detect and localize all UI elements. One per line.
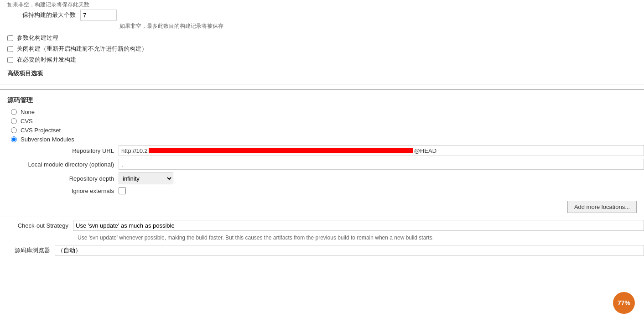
hint-days: 如果非空，构建记录将保存此天数 — [0, 0, 644, 10]
radio-none[interactable] — [11, 109, 17, 115]
concurrent-builds-label: 在必要的时候并发构建 — [17, 56, 76, 64]
add-locations-row: Add more locations... — [18, 197, 644, 217]
repo-browser-input[interactable] — [55, 245, 644, 256]
parameterize-row: 参数化构建过程 — [7, 34, 644, 42]
local-module-label: Local module directory (optional) — [18, 161, 119, 168]
disable-builds-checkbox[interactable] — [7, 46, 13, 52]
repo-depth-row: Repository depth infinity empty files im… — [18, 172, 644, 184]
radio-subversion-row: Subversion Modules — [11, 136, 644, 143]
page-container: 如果非空，构建记录将保存此天数 保持构建的最大个数 如果非空，最多此数目的构建记… — [0, 0, 644, 323]
advanced-divider — [0, 84, 644, 84]
radio-subversion[interactable] — [11, 136, 17, 142]
checkout-strategy-row: Check-out Strategy — [0, 217, 644, 234]
ignore-externals-label: Ignore externals — [18, 188, 119, 194]
parameterize-label: 参数化构建过程 — [17, 34, 58, 42]
subversion-section: Repository URL http://10.2 @HEAD Local m… — [0, 145, 644, 217]
checkout-strategy-input[interactable] — [73, 220, 644, 231]
concurrent-builds-checkbox[interactable] — [7, 57, 13, 63]
repo-depth-label: Repository depth — [18, 175, 119, 182]
progress-value: 77% — [618, 299, 630, 307]
radio-none-label: None — [21, 109, 35, 115]
parameterize-checkbox[interactable] — [7, 35, 13, 41]
radio-cvs-label: CVS — [21, 118, 33, 125]
radio-cvs-projectset-label: CVS Projectset — [21, 127, 61, 134]
keep-builds-row: 保持构建的最大个数 — [0, 10, 644, 21]
local-module-input[interactable] — [119, 159, 644, 170]
repo-browser-label: 源码库浏览器 — [0, 246, 55, 255]
add-locations-button[interactable]: Add more locations... — [567, 201, 637, 213]
repo-url-row: Repository URL http://10.2 @HEAD — [18, 145, 644, 156]
repo-browser-row: 源码库浏览器 — [0, 242, 644, 259]
disable-builds-label: 关闭构建（重新开启构建前不允许进行新的构建） — [17, 45, 147, 53]
radio-cvs-projectset[interactable] — [11, 127, 17, 133]
advanced-section-title: 高级项目选项 — [0, 67, 644, 80]
url-redacted — [149, 148, 413, 153]
progress-circle[interactable]: 77% — [613, 292, 635, 314]
repo-depth-select[interactable]: infinity empty files immediates exclude — [119, 172, 173, 184]
radio-cvs-row: CVS — [11, 118, 644, 125]
source-mgmt-title: 源码管理 — [0, 93, 644, 106]
checkout-strategy-label: Check-out Strategy — [0, 222, 73, 229]
radio-subversion-label: Subversion Modules — [21, 136, 74, 143]
hint-max-builds: 如果非空，最多此数目的构建记录将被保存 — [0, 22, 644, 30]
radio-cvs-projectset-row: CVS Projectset — [11, 127, 644, 134]
source-mgmt-divider — [0, 89, 644, 90]
local-module-row: Local module directory (optional) — [18, 159, 644, 170]
repo-url-suffix: @HEAD — [414, 147, 436, 154]
keep-builds-input[interactable] — [80, 10, 117, 21]
keep-builds-label: 保持构建的最大个数 — [7, 10, 80, 19]
checkout-hint: Use 'svn update' whenever possible, maki… — [0, 234, 644, 242]
repo-url-prefix: http://10.2 — [121, 147, 148, 154]
concurrent-builds-row: 在必要的时候并发构建 — [7, 56, 644, 64]
disable-builds-row: 关闭构建（重新开启构建前不允许进行新的构建） — [7, 45, 644, 53]
repo-url-display[interactable]: http://10.2 @HEAD — [119, 145, 644, 156]
ignore-externals-row: Ignore externals — [18, 187, 644, 194]
radio-cvs[interactable] — [11, 118, 17, 124]
repo-url-label: Repository URL — [18, 147, 119, 154]
ignore-externals-checkbox[interactable] — [119, 187, 126, 194]
radio-none-row: None — [11, 109, 644, 115]
